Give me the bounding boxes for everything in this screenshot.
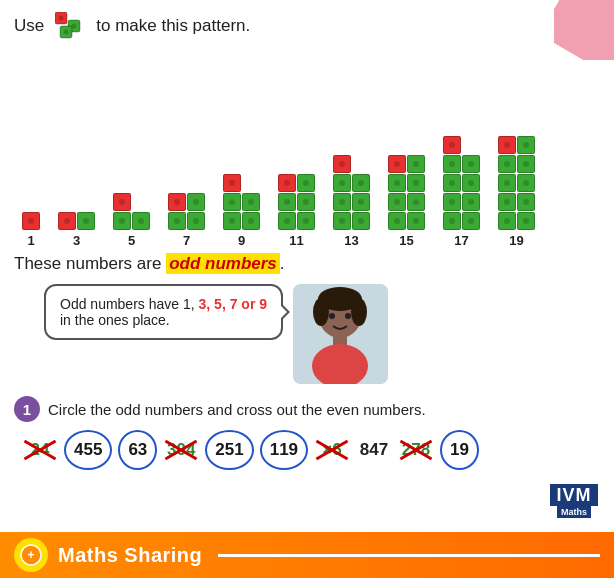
cube-stack-5: 5 (113, 193, 150, 248)
number-item-24: 24 (22, 432, 58, 468)
cube-label-11: 11 (289, 233, 303, 248)
cube-stack-1: 1 (22, 212, 40, 248)
svg-point-5 (64, 30, 69, 35)
bottom-bar-icon: + (14, 538, 48, 572)
cube-stack-15: 15 (388, 155, 425, 248)
cube-label-15: 15 (399, 233, 413, 248)
cube-label-5: 5 (128, 233, 135, 248)
svg-text:+: + (27, 548, 34, 562)
exercise-instruction: Circle the odd numbers and cross out the… (48, 401, 426, 418)
number-item-19: 19 (440, 430, 479, 470)
number-item-251: 251 (205, 430, 253, 470)
cube-label-7: 7 (183, 233, 190, 248)
bottom-bar-line (218, 554, 600, 557)
blocks-icon (55, 12, 85, 40)
cube-label-3: 3 (73, 233, 80, 248)
cube-label-1: 1 (27, 233, 34, 248)
kid-photo (293, 284, 388, 384)
number-item-278: 278 (398, 432, 434, 468)
exercise-section: 1 Circle the odd numbers and cross out t… (14, 396, 600, 470)
numbers-row: 2445563304251119×684727819 (14, 430, 600, 470)
deco-top-right (554, 0, 614, 60)
number-item-×6: ×6 (314, 432, 350, 468)
cube-label-13: 13 (344, 233, 358, 248)
bottom-bar: + Maths Sharing (0, 532, 614, 578)
cube-label-9: 9 (238, 233, 245, 248)
middle-section: Odd numbers have 1, 3, 5, 7 or 9 in the … (44, 284, 600, 384)
number-item-63: 63 (118, 430, 157, 470)
cube-stack-9: 9 (223, 174, 260, 248)
cube-stack-11: 11 (278, 174, 315, 248)
svg-point-14 (345, 313, 351, 319)
odd-text-line: These numbers are odd numbers. (14, 254, 600, 274)
cube-stack-13: 13 (333, 155, 370, 248)
cube-label-17: 17 (454, 233, 468, 248)
odd-highlight: odd numbers (166, 253, 280, 274)
to-make-label: to make this pattern. (96, 16, 250, 36)
ivm-logo: IVM Maths (548, 479, 600, 523)
speech-bubble: Odd numbers have 1, 3, 5, 7 or 9 in the … (44, 284, 283, 340)
number-item-304: 304 (163, 432, 199, 468)
ivm-top-text: IVM (550, 484, 597, 506)
number-item-119: 119 (260, 430, 308, 470)
cubes-area: 135791113151719 (14, 48, 600, 248)
use-label: Use (14, 16, 44, 36)
svg-point-1 (59, 16, 64, 21)
cube-label-19: 19 (509, 233, 523, 248)
odd-prefix: These numbers are (14, 254, 166, 273)
cube-stack-3: 3 (58, 212, 95, 248)
exercise-number: 1 (14, 396, 40, 422)
bubble-line2: in the ones place. (60, 312, 170, 328)
odd-suffix: . (280, 254, 285, 273)
svg-point-13 (329, 313, 335, 319)
svg-point-9 (313, 298, 329, 326)
exercise-header: 1 Circle the odd numbers and cross out t… (14, 396, 600, 422)
number-item-455: 455 (64, 430, 112, 470)
instruction-line: Use to make this pattern. (14, 12, 600, 40)
cube-stack-7: 7 (168, 193, 205, 248)
page: Use to make this pattern. 13579111315171… (0, 0, 614, 578)
cube-stack-19: 19 (498, 136, 535, 248)
bubble-nums: 3, 5, 7 or 9 (199, 296, 267, 312)
cube-stack-17: 17 (443, 136, 480, 248)
bottom-bar-title: Maths Sharing (58, 544, 202, 567)
number-item-847: 847 (356, 432, 392, 468)
bubble-line1: Odd numbers have 1, (60, 296, 199, 312)
ivm-bottom-text: Maths (557, 506, 591, 518)
svg-point-10 (351, 298, 367, 326)
